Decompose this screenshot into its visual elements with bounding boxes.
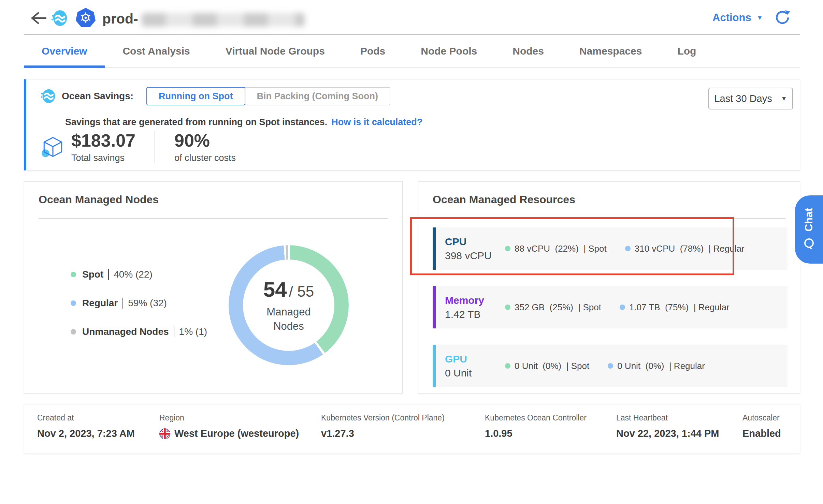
managed-nodes-count: 54	[263, 277, 287, 301]
cluster-info-bar: Created at Nov 2, 2023, 7:23 AM Region	[24, 404, 800, 454]
percent-of-costs-value: 90%	[174, 131, 236, 150]
ocean-savings-icon	[40, 88, 56, 104]
cpu-spot-stat: 88 vCPU (22%) | Spot	[505, 243, 607, 254]
regular-dot-icon	[71, 300, 76, 306]
resource-row-memory: Memory 1.42 TB 352 GB (25%) | Spot 1.07 …	[433, 286, 788, 328]
refresh-button[interactable]	[775, 10, 791, 25]
uk-flag-icon	[159, 428, 170, 439]
tab-pods[interactable]: Pods	[343, 35, 403, 67]
kubernetes-logo	[76, 8, 96, 28]
ocean-savings-label: Ocean Savings:	[62, 91, 133, 102]
savings-description: Savings that are generated from running …	[65, 117, 422, 128]
info-created-at: Created at Nov 2, 2023, 7:23 AM	[37, 413, 135, 439]
toggle-running-on-spot[interactable]: Running on Spot	[146, 87, 245, 105]
gpu-total-value: 0 Unit	[445, 367, 502, 379]
info-ocean-controller: Kubernetes Ocean Controller 1.0.95	[485, 413, 587, 439]
total-savings-value: $183.07	[71, 131, 135, 150]
donut-center: 54 / 55 Managed Nodes	[243, 260, 334, 351]
back-button[interactable]	[29, 10, 48, 26]
info-region: Region West Europe (westeurope)	[159, 413, 299, 439]
panel-divider	[433, 218, 785, 219]
savings-cube-icon	[41, 136, 64, 159]
stats-divider	[155, 131, 155, 163]
regular-dot-icon	[625, 246, 631, 251]
tab-virtual-node-groups[interactable]: Virtual Node Groups	[208, 35, 343, 67]
panel-divider	[39, 218, 388, 219]
regular-dot-icon	[620, 305, 625, 310]
ocean-logo	[50, 9, 68, 27]
spot-dot-icon	[505, 305, 510, 310]
percent-of-costs-label: of cluster costs	[174, 153, 236, 163]
info-last-heartbeat: Last Heartbeat Nov 22, 2023, 1:44 PM	[616, 413, 719, 439]
managed-resources-title: Ocean Managed Resources	[433, 193, 575, 206]
tab-namespaces[interactable]: Namespaces	[562, 35, 660, 67]
autoscaler-status: Enabled	[742, 428, 781, 439]
regular-dot-icon	[608, 363, 613, 369]
donut-center-label: Managed Nodes	[256, 305, 321, 333]
tab-cost-analysis[interactable]: Cost Analysis	[105, 35, 207, 67]
cluster-title: prod-	[102, 11, 138, 27]
ocean-managed-nodes-panel: Ocean Managed Nodes Spot 40% (22) Regula…	[24, 181, 403, 394]
legend-item-regular: Regular 59% (32)	[71, 298, 207, 309]
memory-regular-stat: 1.07 TB (75%) | Regular	[620, 302, 730, 313]
chat-label: Chat	[803, 208, 815, 232]
cpu-accent-bar	[433, 227, 436, 270]
gpu-label: GPU	[445, 353, 502, 365]
ocean-savings-panel: Ocean Savings: Running on Spot Bin Packi…	[24, 79, 800, 171]
period-selector[interactable]: Last 30 Days ▼	[708, 88, 793, 109]
total-nodes-count: / 55	[289, 283, 314, 300]
how-calculated-link[interactable]: How is it calculated?	[331, 117, 422, 127]
tab-node-pools[interactable]: Node Pools	[403, 35, 495, 67]
actions-label: Actions	[712, 12, 751, 24]
cluster-title-redacted	[142, 13, 305, 27]
savings-stats: $183.07 Total savings 90% of cluster cos…	[41, 131, 236, 163]
tab-overview[interactable]: Overview	[24, 35, 105, 67]
spot-dot-icon	[71, 272, 76, 277]
gpu-regular-stat: 0 Unit (0%) | Regular	[608, 361, 705, 371]
memory-total-value: 1.42 TB	[445, 309, 502, 320]
toggle-bin-packing[interactable]: Bin Packing (Coming Soon)	[245, 87, 391, 105]
managed-nodes-title: Ocean Managed Nodes	[39, 193, 159, 206]
refresh-icon	[775, 10, 791, 25]
memory-label: Memory	[445, 295, 502, 306]
tab-bar: Overview Cost Analysis Virtual Node Grou…	[24, 35, 800, 68]
cpu-regular-stat: 310 vCPU (78%) | Regular	[625, 243, 745, 254]
chevron-down-icon: ▼	[757, 14, 763, 21]
gpu-accent-bar	[433, 345, 436, 387]
cpu-label: CPU	[445, 236, 502, 247]
cpu-total-value: 398 vCPU	[445, 250, 502, 262]
total-savings-label: Total savings	[71, 153, 135, 163]
resource-row-gpu: GPU 0 Unit 0 Unit (0%) | Spot 0 Unit (0%…	[433, 345, 788, 387]
info-autoscaler: Autoscaler Enabled	[742, 413, 781, 439]
period-selector-value: Last 30 Days	[714, 93, 772, 104]
ocean-managed-resources-panel: Ocean Managed Resources CPU 398 vCPU 88 …	[418, 181, 800, 394]
chevron-down-icon: ▼	[781, 95, 787, 102]
back-arrow-icon	[29, 10, 48, 26]
memory-spot-stat: 352 GB (25%) | Spot	[505, 302, 601, 313]
tab-nodes[interactable]: Nodes	[495, 35, 562, 67]
memory-accent-bar	[433, 286, 436, 328]
legend-item-unmanaged: Unmanaged Nodes 1% (1)	[71, 326, 207, 337]
header: prod- Actions ▼	[0, 0, 823, 35]
legend-item-spot: Spot 40% (22)	[71, 269, 207, 280]
page: prod- Actions ▼ Overview Cost Analysis V…	[0, 0, 823, 504]
spot-dot-icon	[505, 363, 510, 369]
resource-row-cpu: CPU 398 vCPU 88 vCPU (22%) | Spot 310 vC…	[433, 227, 788, 270]
spot-dot-icon	[505, 246, 510, 251]
unmanaged-dot-icon	[71, 329, 76, 335]
chat-button[interactable]: Chat	[795, 195, 823, 264]
tab-log[interactable]: Log	[660, 35, 714, 67]
actions-menu-button[interactable]: Actions ▼	[712, 12, 763, 24]
chat-bubble-icon	[802, 237, 816, 251]
gpu-spot-stat: 0 Unit (0%) | Spot	[505, 361, 589, 371]
managed-nodes-donut: 54 / 55 Managed Nodes	[229, 245, 349, 365]
nodes-legend: Spot 40% (22) Regular 59% (32) Unmanaged…	[71, 269, 207, 337]
info-k8s-version: Kubernetes Version (Control Plane) v1.27…	[321, 413, 445, 439]
